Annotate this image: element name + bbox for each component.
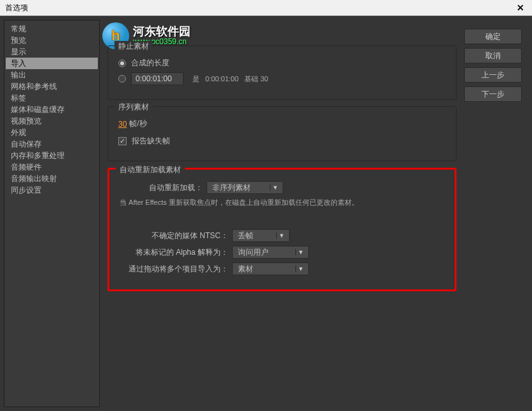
chevron-down-icon: ▼ <box>270 184 280 191</box>
cancel-button[interactable]: 取消 <box>464 48 522 63</box>
sidebar-item-media-cache[interactable]: 媒体和磁盘缓存 <box>6 104 98 115</box>
base-label: 基础 30 <box>244 75 268 83</box>
sequence-legend: 序列素材 <box>114 102 153 113</box>
sidebar-item-import[interactable]: 导入 <box>6 58 98 69</box>
sidebar-item-general[interactable]: 常规 <box>6 23 98 35</box>
sidebar-item-appearance[interactable]: 外观 <box>6 127 98 138</box>
report-missing-label: 报告缺失帧 <box>132 136 170 147</box>
autoreload-note: 当 After Effects 重新获取焦点时，在磁盘上自动重新加载任何已更改的… <box>120 198 359 207</box>
radio-comp-length[interactable] <box>118 60 126 67</box>
sidebar-item-labels[interactable]: 标签 <box>6 92 98 104</box>
chevron-down-icon: ▼ <box>295 249 306 255</box>
next-button[interactable]: 下一步 <box>464 86 522 102</box>
sidebar-item-memory[interactable]: 内存和多重处理 <box>6 150 98 161</box>
sidebar-item-audio-hw[interactable]: 音频硬件 <box>6 161 98 173</box>
ok-button[interactable]: 确定 <box>464 29 522 44</box>
sidebar-item-autosave[interactable]: 自动保存 <box>6 138 98 150</box>
sidebar-item-preview[interactable]: 预览 <box>6 35 98 46</box>
drag-label: 通过拖动将多个项目导入为： <box>120 264 228 275</box>
prev-button[interactable]: 上一步 <box>464 67 522 83</box>
watermark-brand: 河东软件园 <box>133 26 191 38</box>
is-value: 0:00:01:00 <box>205 75 239 83</box>
ntsc-select[interactable]: 丢帧 ▼ <box>232 229 290 242</box>
duration-input[interactable]: 0:00:01:00 <box>131 72 184 85</box>
fps-value[interactable]: 30 <box>118 120 127 129</box>
drag-select[interactable]: 素材 ▼ <box>232 262 309 275</box>
autoreload-legend: 自动重新加载素材 <box>116 165 185 175</box>
comp-length-label: 合成的长度 <box>131 58 169 68</box>
still-legend: 静止素材 <box>114 41 153 52</box>
chevron-down-icon: ▼ <box>276 232 286 239</box>
fps-unit: 帧/秒 <box>129 118 146 129</box>
radio-custom-duration[interactable] <box>118 75 126 83</box>
sidebar: 常规 预览 显示 导入 输出 网格和参考线 标签 媒体和磁盘缓存 视频预览 外观… <box>4 20 100 407</box>
chevron-down-icon: ▼ <box>295 266 306 272</box>
sidebar-item-display[interactable]: 显示 <box>6 46 98 58</box>
sidebar-item-video-preview[interactable]: 视频预览 <box>6 115 98 127</box>
autoreload-select[interactable]: 非序列素材 ▼ <box>207 181 283 194</box>
close-button[interactable]: ✕ <box>512 1 529 14</box>
is-label: 是 <box>192 75 199 83</box>
alpha-label: 将未标记的 Alpha 解释为： <box>120 247 228 258</box>
sidebar-item-sync[interactable]: 同步设置 <box>6 184 98 196</box>
sidebar-item-output[interactable]: 输出 <box>6 69 98 81</box>
alpha-select[interactable]: 询问用户 ▼ <box>232 246 309 259</box>
ntsc-label: 不确定的媒体 NTSC： <box>120 230 228 241</box>
window-title: 首选项 <box>5 3 28 13</box>
report-missing-checkbox[interactable]: ✓ <box>118 137 127 145</box>
sidebar-item-audio-out[interactable]: 音频输出映射 <box>6 173 98 184</box>
sidebar-item-grids[interactable]: 网格和参考线 <box>6 81 98 92</box>
autoreload-label: 自动重新加载： <box>120 182 203 193</box>
